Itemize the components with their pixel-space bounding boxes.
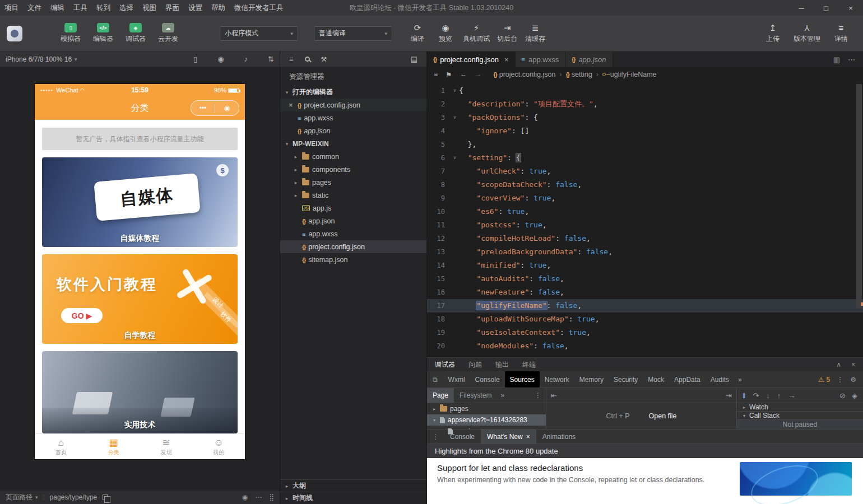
menubar-item[interactable]: 编辑 — [46, 3, 69, 13]
user-avatar[interactable] — [7, 26, 22, 41]
explorer-bottom-section[interactable]: ▸大纲 — [280, 479, 426, 492]
device-select[interactable]: iPhone 6/7/8 100% 16 — [6, 55, 72, 63]
code-line[interactable]: 19 "useIsolateContext": true, — [427, 326, 863, 339]
mode-select[interactable]: 小程序模式 ▾ — [220, 26, 298, 41]
warning-badge[interactable]: ⚠5 — [818, 376, 830, 384]
drawer-tab[interactable]: What's New× — [481, 430, 536, 444]
close-icon[interactable]: × — [526, 433, 530, 441]
collapse-icon[interactable]: ∧ — [836, 361, 841, 368]
kebab-menu-icon[interactable]: ⋮ — [837, 376, 843, 384]
debugger-button[interactable]: ◈调试器 — [122, 23, 149, 44]
collapse-left-icon[interactable]: ⇤ — [551, 391, 557, 400]
devtools-tab[interactable]: Audits — [706, 371, 734, 388]
step-icon[interactable]: → — [788, 391, 795, 400]
explorer-item[interactable]: {}sitemap.json — [280, 253, 426, 266]
devtools-tab[interactable]: Sources — [505, 371, 540, 388]
preview-button[interactable]: ◉预览 — [433, 23, 458, 44]
explorer-item[interactable]: ▸pages — [280, 176, 426, 189]
breadcrumb-item[interactable]: {}project.config.json — [494, 71, 556, 78]
compile-mode-select[interactable]: 普通编译 ▾ — [314, 26, 392, 41]
phone-tab-category[interactable]: ▦分类 — [87, 434, 140, 459]
code-line[interactable]: 17 "uglifyFileName": false, — [427, 299, 863, 312]
devtools-tab[interactable]: Network — [540, 371, 574, 388]
menubar-item[interactable]: 工具 — [69, 3, 92, 13]
forward-icon[interactable]: → — [475, 71, 482, 79]
remote-debug-button[interactable]: ⚡真机调试 — [461, 23, 492, 44]
devtools-tab[interactable]: Wxml — [443, 371, 470, 388]
version-button[interactable]: Y版本管理 — [791, 23, 823, 44]
explorer-item[interactable]: JSapp.js — [280, 202, 426, 214]
close-icon[interactable]: × — [287, 101, 295, 109]
navigator-tab[interactable]: Filesystem — [454, 388, 497, 403]
settings-icon[interactable]: ⚙ — [850, 376, 856, 384]
code-line[interactable]: 1∨{ — [427, 84, 863, 97]
code-line[interactable]: 3∨ "packOptions": { — [427, 111, 863, 124]
code-editor[interactable]: 1∨{2 "description": "项目配置文件。",3∨ "packOp… — [427, 82, 863, 357]
breadcrumb-item[interactable]: {}setting — [566, 71, 592, 78]
split-editor-icon[interactable]: ▥ — [833, 55, 840, 64]
debugger-tab[interactable]: 调试器 — [435, 360, 455, 370]
explorer-item[interactable]: ≡app.wxss — [280, 227, 426, 240]
debugger-tab[interactable]: 终端 — [522, 360, 536, 370]
editor-button[interactable]: </>编辑器 — [90, 23, 117, 44]
search-icon[interactable] — [305, 57, 310, 62]
phone-tab-profile[interactable]: ☺我的 — [192, 434, 245, 459]
menubar-item[interactable]: 文件 — [23, 3, 46, 13]
menubar-item[interactable]: 项目 — [0, 3, 23, 13]
code-line[interactable]: 6∨ "setting": { — [427, 151, 863, 165]
open-file-link[interactable]: Open file — [649, 412, 677, 420]
more-actions-icon[interactable]: ⋯ — [848, 55, 855, 64]
step-into-icon[interactable]: ↓ — [766, 391, 770, 400]
close-icon[interactable]: × — [504, 55, 509, 64]
menubar-item[interactable]: 视图 — [138, 3, 161, 13]
minimize-button[interactable]: ─ — [789, 0, 814, 16]
explorer-item[interactable]: ▸components — [280, 163, 426, 176]
background-button[interactable]: ⇥切后台 — [494, 23, 520, 44]
panel-layout-icon[interactable]: ▤ — [411, 55, 417, 63]
step-out-icon[interactable]: ↑ — [777, 391, 781, 400]
menubar-item[interactable]: 界面 — [161, 3, 184, 13]
device-icon[interactable]: ▯ — [193, 55, 197, 63]
devtools-tab[interactable]: Mock — [643, 371, 669, 388]
code-line[interactable]: 5 }, — [427, 138, 863, 151]
devtools-tab[interactable]: Console — [470, 371, 505, 388]
navigator-tab[interactable]: Page — [427, 388, 454, 403]
copy-icon[interactable] — [103, 494, 108, 500]
explorer-item[interactable]: ×{}project.config.json — [280, 99, 426, 111]
category-card-media[interactable]: 自媒体 $ 自媒体教程 — [42, 157, 238, 247]
code-line[interactable]: 15 "autoAudits": false, — [427, 272, 863, 286]
page-path-dropdown[interactable]: 页面路径 ▾ — [6, 493, 38, 502]
editor-tab[interactable]: ≡app.wxss — [516, 52, 566, 67]
clear-cache-button[interactable]: ≣清缓存 — [522, 23, 548, 44]
code-line[interactable]: 11 "postcss": true, — [427, 218, 863, 232]
explorer-section-header[interactable]: ▾MP-WEIXIN — [280, 137, 426, 150]
devtools-tab[interactable]: Security — [609, 371, 643, 388]
phone-tab-discover[interactable]: ≋发现 — [140, 434, 193, 459]
maximize-button[interactable]: □ — [814, 0, 838, 16]
code-line[interactable]: 13 "preloadBackgroundData": false, — [427, 245, 863, 259]
explorer-section-header[interactable]: ▾打开的编辑器 — [280, 86, 426, 99]
code-line[interactable]: 2 "description": "项目配置文件。", — [427, 97, 863, 111]
close-icon[interactable]: × — [851, 361, 855, 368]
record-icon[interactable]: ◉ — [217, 55, 224, 63]
sources-tree-item[interactable]: ▾appservice?t=1614326283 — [427, 414, 546, 426]
devtools-tab[interactable]: AppData — [669, 371, 706, 388]
editor-tab[interactable]: {}app.json — [565, 52, 613, 67]
kebab-menu-icon[interactable]: ⋮ — [427, 433, 444, 441]
sources-tree-item[interactable]: ▸pages — [427, 403, 546, 414]
explorer-item[interactable]: {}project.config.json — [280, 240, 426, 253]
category-card-practical[interactable]: 实用技术 — [42, 351, 238, 433]
back-icon[interactable]: ← — [460, 71, 467, 79]
compile-button[interactable]: ⟳编译 — [405, 23, 430, 44]
inspect-icon[interactable]: ⧉ — [427, 376, 443, 384]
fold-icon[interactable]: ∨ — [451, 84, 459, 97]
expand-right-icon[interactable]: ⇥ — [726, 391, 732, 400]
breadcrumb-item[interactable]: uglifyFileName — [602, 71, 657, 78]
editor-scrollbar[interactable] — [855, 82, 863, 357]
menubar-item[interactable]: 转到 — [92, 3, 115, 13]
editor-tab[interactable]: {}project.config.json× — [427, 52, 516, 67]
code-line[interactable]: 4 "ignore": [] — [427, 124, 863, 138]
overflow-icon[interactable]: » — [734, 376, 746, 384]
devtools-tab[interactable]: Memory — [574, 371, 609, 388]
go-button[interactable]: GO ▶ — [61, 308, 103, 323]
